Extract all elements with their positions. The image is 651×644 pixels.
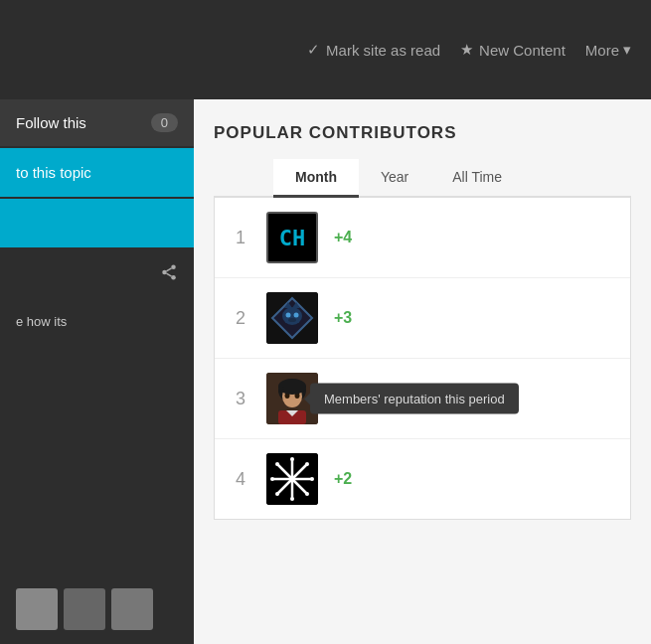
follow-count-badge: 0 — [151, 113, 178, 132]
svg-point-2 — [171, 275, 176, 280]
tab-week[interactable] — [214, 159, 273, 198]
rep-score-3: +2 — [334, 390, 352, 407]
avatar-3[interactable] — [266, 373, 318, 424]
chevron-down-icon: ▾ — [623, 41, 631, 59]
action-button[interactable] — [0, 199, 194, 247]
svg-point-25 — [290, 457, 294, 461]
tab-month[interactable]: Month — [273, 159, 359, 198]
tab-alltime[interactable]: All Time — [430, 159, 524, 198]
rank-3: 3 — [231, 389, 250, 409]
svg-point-18 — [278, 379, 306, 395]
rep-score-2: +3 — [334, 309, 352, 327]
svg-point-11 — [294, 313, 299, 318]
svg-point-12 — [288, 318, 296, 322]
tab-month-label: Month — [295, 169, 337, 185]
tab-year-label: Year — [381, 169, 408, 185]
rank-1: 1 — [231, 228, 250, 248]
table-row: 4 — [215, 439, 630, 519]
share-icon — [160, 263, 178, 286]
top-bar: ✓ Mark site as read ★ New Content More ▾ — [0, 0, 651, 99]
rep-score-1: +4 — [334, 229, 352, 246]
more-button[interactable]: More ▾ — [585, 41, 631, 59]
share-button[interactable] — [0, 249, 194, 300]
svg-line-3 — [166, 273, 171, 276]
tab-year[interactable]: Year — [359, 159, 430, 198]
tab-alltime-label: All Time — [452, 169, 502, 185]
reply-to-topic-button[interactable]: to this topic — [0, 148, 194, 197]
svg-point-31 — [305, 462, 309, 466]
svg-point-7 — [282, 307, 302, 325]
main-layout: Follow this 0 to this topic e how — [0, 99, 651, 644]
table-row: 2 +3 — [215, 278, 630, 359]
svg-point-26 — [290, 497, 294, 501]
table-row: 1 CH +4 — [215, 198, 630, 278]
reply-label: to this topic — [16, 164, 91, 181]
right-panel: POPULAR CONTRIBUTORS Month Year All Time… — [194, 99, 651, 644]
description-text: e how its — [0, 300, 194, 343]
avatar-4[interactable] — [266, 453, 318, 505]
follow-label: Follow this — [16, 114, 86, 131]
star-icon: ★ — [460, 41, 473, 59]
svg-line-4 — [166, 268, 171, 271]
follow-button[interactable]: Follow this 0 — [0, 99, 194, 146]
svg-point-29 — [275, 462, 279, 466]
section-title: POPULAR CONTRIBUTORS — [214, 123, 631, 143]
checkmark-icon: ✓ — [307, 41, 320, 59]
rank-2: 2 — [231, 308, 250, 329]
avatar-2[interactable] — [266, 292, 318, 344]
left-sidebar: Follow this 0 to this topic e how — [0, 99, 194, 644]
svg-point-28 — [310, 477, 314, 481]
thumbnail-3[interactable] — [111, 588, 153, 630]
svg-point-1 — [162, 270, 167, 275]
new-content-label: New Content — [479, 42, 566, 59]
thumbnails-row — [0, 574, 194, 644]
svg-point-27 — [270, 477, 274, 481]
thumbnail-1[interactable] — [16, 588, 58, 630]
new-content-button[interactable]: ★ New Content — [460, 41, 566, 59]
svg-point-32 — [275, 492, 279, 496]
mark-read-label: Mark site as read — [326, 42, 440, 59]
contributors-list: 1 CH +4 2 — [214, 198, 631, 520]
action-label — [16, 215, 20, 232]
tabs: Month Year All Time — [214, 159, 631, 198]
mark-read-button[interactable]: ✓ Mark site as read — [307, 41, 440, 59]
avatar-1[interactable]: CH — [266, 212, 318, 263]
rank-4: 4 — [231, 469, 250, 490]
thumbnail-2[interactable] — [64, 588, 105, 630]
svg-point-30 — [305, 492, 309, 496]
svg-point-10 — [286, 313, 291, 318]
sidebar-description: e how its — [16, 314, 67, 329]
svg-point-0 — [171, 265, 176, 270]
table-row: 3 — [215, 359, 630, 439]
more-label: More — [585, 42, 619, 59]
rep-score-4: +2 — [334, 470, 352, 488]
